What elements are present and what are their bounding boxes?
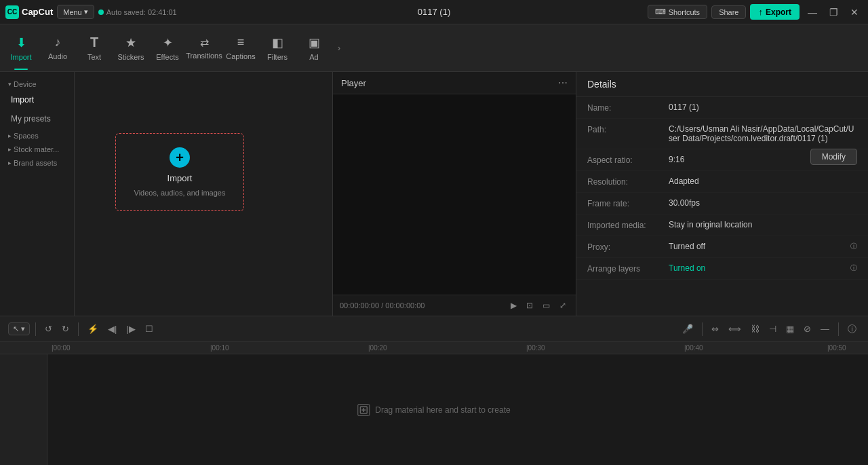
split-button[interactable]: ⚡ (84, 322, 102, 336)
detail-row-imported: Imported media: Stay in original locatio… (576, 215, 868, 236)
toolbar-import[interactable]: ⬇ Import (3, 26, 39, 70)
detail-row-proxy: Proxy: Turned off ⓘ (576, 236, 868, 258)
play-button[interactable]: ▶ (508, 299, 519, 312)
project-title: 0117 (1) (418, 7, 450, 17)
tl-tool-1[interactable]: ⇔ (708, 322, 722, 336)
ruler-mark-0: |00:00 (52, 344, 71, 352)
player-time: 00:00:00:00 / 00:00:00:00 (340, 301, 425, 310)
detail-value-imported: Stay in original location (669, 220, 857, 229)
mic-button[interactable]: 🎤 (679, 322, 696, 336)
toolbar-filters-label: Filters (267, 53, 288, 61)
import-label: Import (167, 173, 193, 183)
ruler-mark-4: |00:40 (684, 344, 703, 352)
modify-button[interactable]: Modify (810, 149, 857, 165)
player-footer: 00:00:00:00 / 00:00:00:00 ▶ ⊡ ▭ ⤢ (333, 295, 576, 316)
restore-button[interactable]: ❐ (825, 5, 842, 19)
detail-row-resolution: Resolution: Adapted (576, 171, 868, 193)
arrange-info-icon[interactable]: ⓘ (850, 263, 857, 273)
detail-label-name: Name: (587, 103, 669, 113)
minimize-button[interactable]: — (804, 5, 821, 19)
tl-tool-4[interactable]: ⊣ (766, 322, 780, 336)
stock-chevron: ▸ (8, 146, 12, 153)
toolbar-text[interactable]: T Text (76, 26, 113, 70)
select-icon: ↖ (13, 324, 19, 333)
toolbar-text-label: Text (87, 53, 101, 61)
player-body (333, 94, 576, 295)
player-panel: Player ⋯ 00:00:00:00 / 00:00:00:00 ▶ ⊡ ▭… (332, 72, 576, 316)
player-title: Player (341, 78, 366, 88)
toolbar-stickers[interactable]: ★ Stickers (113, 26, 149, 70)
sidebar-section-device[interactable]: ▾ Device (0, 77, 74, 90)
track-headers (0, 354, 47, 465)
detail-label-arrange: Arrange layers (587, 263, 669, 274)
export-button[interactable]: ↑ Export (750, 4, 800, 20)
sidebar-section-brand[interactable]: ▸ Brand assets (0, 156, 74, 168)
aspect-ratio-button[interactable]: ▭ (540, 299, 553, 312)
tl-info-button[interactable]: ⓘ (844, 321, 860, 337)
sidebar: ▾ Device Import My presets ▸ Spaces ▸ St… (0, 72, 75, 316)
proxy-info-icon[interactable]: ⓘ (850, 242, 857, 251)
tl-tool-6[interactable]: ⊘ (800, 322, 814, 336)
toolbar-transitions[interactable]: ⇄ Transitions (186, 26, 222, 70)
undo-button[interactable]: ↺ (41, 322, 56, 336)
toolbar-ad[interactable]: ▣ Ad (296, 26, 332, 70)
timeline-toolbar: ↖ ▾ ↺ ↻ ⚡ ◀| |▶ ☐ 🎤 ⇔ ⟺ ⛓ ⊣ ▦ ⊘ — ⓘ (0, 316, 868, 342)
ruler-mark-5: |00:50 (827, 344, 846, 352)
text-icon: T (90, 35, 98, 50)
separator-2 (78, 322, 79, 336)
menu-button[interactable]: Menu ▾ (57, 5, 94, 19)
player-menu-icon[interactable]: ⋯ (558, 77, 568, 88)
import-drop-zone[interactable]: + Import Videos, audios, and images (115, 133, 244, 211)
ad-icon: ▣ (309, 35, 320, 50)
sidebar-section-spaces[interactable]: ▸ Spaces (0, 129, 74, 141)
import-plus-icon: + (170, 147, 190, 168)
sidebar-section-stock[interactable]: ▸ Stock mater... (0, 143, 74, 155)
toolbar-audio[interactable]: ♪ Audio (39, 26, 76, 70)
tl-tool-3[interactable]: ⛓ (747, 322, 763, 336)
detail-value-framerate: 30.00fps (669, 198, 857, 208)
detail-value-path: C:/Users/Usman Ali Nasir/AppData/Local/C… (669, 124, 857, 143)
sidebar-item-my-presets[interactable]: My presets (3, 110, 71, 128)
toolbar-effects[interactable]: ✦ Effects (149, 26, 186, 70)
detail-label-imported: Imported media: (587, 220, 669, 230)
more-icon: › (338, 43, 340, 53)
share-button[interactable]: Share (711, 5, 746, 19)
tl-tool-2[interactable]: ⟺ (725, 322, 745, 336)
auto-saved-status: Auto saved: 02:41:01 (98, 8, 177, 16)
prev-frame-button[interactable]: ◀| (104, 322, 120, 336)
detail-row-arrange: Arrange layers Turned on ⓘ (576, 258, 868, 280)
brand-chevron: ▸ (8, 160, 12, 166)
toolbar-filters[interactable]: ◧ Filters (259, 26, 296, 70)
sidebar-import-label: Import (11, 95, 34, 105)
detail-row-path: Path: C:/Users/Usman Ali Nasir/AppData/L… (576, 119, 868, 149)
select-tool[interactable]: ↖ ▾ (8, 322, 30, 335)
tl-tool-7[interactable]: — (817, 322, 833, 336)
ruler-mark-2: |00:20 (368, 344, 387, 352)
shortcuts-button[interactable]: ⌨ Shortcuts (648, 5, 707, 19)
import-icon: ⬇ (16, 35, 26, 50)
captions-icon: ≡ (237, 35, 245, 50)
expand-button[interactable]: ⤢ (557, 299, 569, 312)
toolbar-captions[interactable]: ≡ Captions (222, 26, 259, 70)
toolbar-ad-label: Ad (309, 53, 318, 61)
main-toolbar: ⬇ Import ♪ Audio T Text ★ Stickers ✦ Eff… (0, 24, 868, 72)
sidebar-item-import[interactable]: Import (3, 91, 71, 109)
ruler-mark-1: |00:10 (210, 344, 229, 352)
fullscreen-button[interactable]: ⊡ (524, 299, 536, 312)
delete-button[interactable]: ☐ (142, 322, 157, 336)
sidebar-device-label: Device (14, 80, 37, 88)
timeline-tools-left: ↖ ▾ ↺ ↻ ⚡ ◀| |▶ ☐ (8, 322, 157, 336)
redo-button[interactable]: ↻ (58, 322, 73, 336)
main-area: ▾ Device Import My presets ▸ Spaces ▸ St… (0, 72, 868, 316)
titlebar-left: CC CapCut Menu ▾ Auto saved: 02:41:01 (0, 5, 177, 19)
tl-tool-5[interactable]: ▦ (783, 322, 797, 336)
detail-value-arrange: Turned on (669, 263, 845, 273)
next-frame-button[interactable]: |▶ (123, 322, 138, 336)
detail-label-path: Path: (587, 124, 669, 134)
toolbar-more[interactable]: › (332, 26, 346, 70)
effects-icon: ✦ (163, 35, 173, 50)
timeline-section: ↖ ▾ ↺ ↻ ⚡ ◀| |▶ ☐ 🎤 ⇔ ⟺ ⛓ ⊣ ▦ ⊘ — ⓘ (0, 316, 868, 465)
content-area: + Import Videos, audios, and images (75, 72, 332, 316)
close-button[interactable]: ✕ (846, 5, 863, 19)
timeline: |00:00 |00:10 |00:20 |00:30 |00:40 |00:5… (0, 342, 868, 465)
